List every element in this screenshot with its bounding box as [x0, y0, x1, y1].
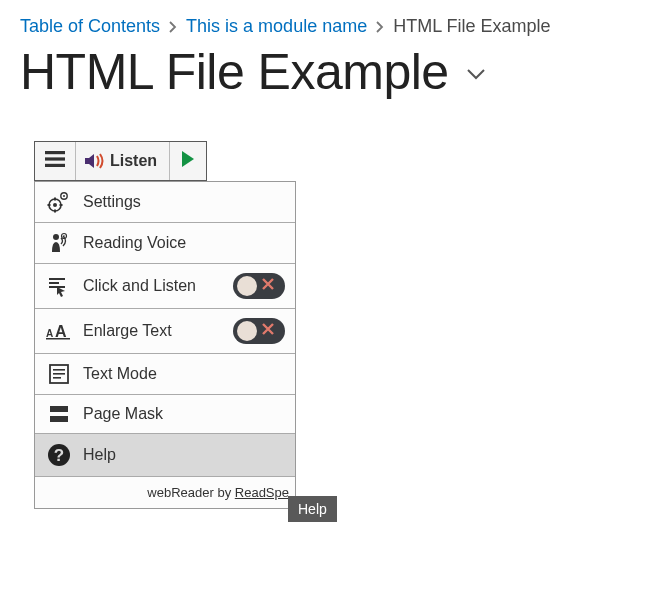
menu-item-page-mask[interactable]: Page Mask: [35, 394, 295, 433]
text-mode-icon: [45, 363, 73, 385]
chevron-down-icon[interactable]: [465, 67, 487, 85]
readspeaker-widget: Listen: [34, 141, 645, 509]
play-icon: [180, 150, 196, 172]
svg-point-13: [63, 235, 65, 237]
footer-brand-link[interactable]: ReadSpe: [235, 485, 289, 500]
hamburger-icon: [45, 151, 65, 171]
svg-rect-19: [46, 338, 70, 340]
svg-rect-15: [49, 282, 59, 284]
page-title: HTML File Example: [20, 43, 449, 101]
svg-rect-7: [48, 204, 51, 206]
svg-rect-23: [53, 377, 61, 379]
x-icon: [261, 277, 275, 295]
reader-footer: webReader by ReadSpe: [35, 476, 295, 508]
svg-point-4: [53, 203, 57, 207]
speaker-icon: [84, 151, 106, 171]
click-listen-toggle[interactable]: [233, 273, 285, 299]
footer-prefix: webReader by: [147, 485, 234, 500]
menu-label: Click and Listen: [83, 277, 223, 295]
menu-item-help[interactable]: ? Help: [35, 433, 295, 476]
svg-rect-0: [45, 151, 65, 154]
voice-icon: [45, 232, 73, 254]
menu-label: Page Mask: [83, 405, 163, 423]
svg-text:A: A: [46, 328, 53, 339]
gear-icon: [45, 191, 73, 213]
menu-toggle-button[interactable]: [35, 142, 76, 180]
help-icon: ?: [45, 443, 73, 467]
enlarge-text-toggle[interactable]: [233, 318, 285, 344]
listen-label: Listen: [110, 152, 157, 170]
enlarge-text-icon: A A: [45, 321, 73, 341]
breadcrumb-module-link[interactable]: This is a module name: [186, 16, 367, 37]
svg-rect-24: [50, 406, 68, 412]
svg-point-11: [53, 234, 59, 240]
menu-item-settings[interactable]: Settings: [35, 181, 295, 222]
menu-item-click-listen[interactable]: Click and Listen: [35, 263, 295, 308]
menu-item-enlarge-text[interactable]: A A Enlarge Text: [35, 308, 295, 353]
page-mask-icon: [45, 404, 73, 424]
svg-text:A: A: [55, 323, 67, 340]
menu-label: Settings: [83, 193, 141, 211]
menu-label: Text Mode: [83, 365, 157, 383]
breadcrumb: Table of Contents This is a module name …: [20, 16, 645, 37]
reader-toolbar: Listen: [34, 141, 207, 181]
svg-rect-14: [49, 278, 65, 280]
svg-rect-5: [54, 198, 56, 201]
svg-rect-8: [60, 204, 63, 206]
x-icon: [261, 322, 275, 340]
menu-item-text-mode[interactable]: Text Mode: [35, 353, 295, 394]
chevron-right-icon: [168, 17, 178, 38]
help-tooltip: Help: [288, 496, 337, 522]
breadcrumb-toc-link[interactable]: Table of Contents: [20, 16, 160, 37]
svg-rect-1: [45, 157, 65, 160]
menu-label: Help: [83, 446, 116, 464]
svg-rect-25: [50, 416, 68, 422]
svg-rect-2: [45, 164, 65, 167]
svg-text:?: ?: [54, 446, 64, 465]
reader-dropdown-menu: Settings Reading Voice: [34, 181, 296, 509]
menu-label: Enlarge Text: [83, 322, 223, 340]
click-listen-icon: [45, 275, 73, 297]
svg-rect-22: [53, 373, 65, 375]
svg-rect-6: [54, 210, 56, 213]
menu-label: Reading Voice: [83, 234, 186, 252]
listen-button[interactable]: Listen: [76, 142, 170, 180]
chevron-right-icon: [375, 17, 385, 38]
svg-point-10: [63, 195, 65, 197]
breadcrumb-current: HTML File Example: [393, 16, 550, 37]
menu-item-reading-voice[interactable]: Reading Voice: [35, 222, 295, 263]
play-button[interactable]: [170, 142, 206, 180]
svg-rect-21: [53, 369, 65, 371]
